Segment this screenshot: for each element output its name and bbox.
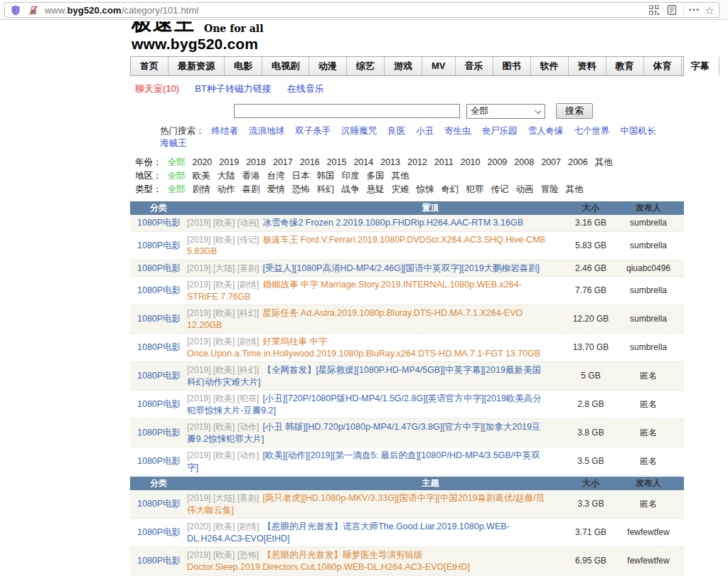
filter-option-year[interactable]: 2006 (568, 156, 588, 169)
page-actions-icon[interactable]: ••• (689, 6, 700, 14)
nav-item-8[interactable]: 音乐 (456, 57, 493, 75)
filter-option-genre[interactable]: 惊悚 (417, 183, 434, 196)
filter-option-region[interactable]: 大陆 (218, 169, 235, 183)
category-link[interactable]: 1080P电影 (137, 240, 181, 250)
nav-item-1[interactable]: 最新资源 (168, 57, 225, 75)
filter-option-genre[interactable]: 悬疑 (367, 183, 385, 196)
hot-search-term[interactable]: 流浪地球 (249, 125, 284, 137)
filter-option-region[interactable]: 其他 (392, 169, 410, 183)
insecure-connection-lock-icon[interactable] (27, 4, 40, 16)
nav-item-7[interactable]: MV (422, 57, 456, 75)
hot-search-term[interactable]: 七个世界 (574, 125, 610, 137)
nav-item-2[interactable]: 电影 (225, 57, 262, 75)
category-link[interactable]: 1080P电影 (137, 556, 181, 566)
nav-item-9[interactable]: 图书 (493, 57, 531, 75)
category-link[interactable]: 1080P电影 (137, 342, 181, 352)
nav-item-11[interactable]: 资料 (569, 57, 606, 75)
nav-item-4[interactable]: 动漫 (309, 57, 347, 75)
filter-option-genre[interactable]: 剧情 (193, 183, 210, 196)
filter-option-region[interactable]: 印度 (342, 169, 360, 183)
filter-option-genre[interactable]: 灾难 (392, 183, 410, 196)
filter-option-region[interactable]: 多国 (367, 169, 385, 183)
hot-search-term[interactable]: 丧尸乐园 (482, 125, 518, 137)
hot-search-term[interactable]: 沉睡魔咒 (341, 125, 377, 137)
nav-item-15[interactable]: 其它 (719, 57, 728, 75)
hot-search-term[interactable]: 中国机长 (621, 125, 656, 137)
filter-option-year[interactable]: 2008 (514, 156, 534, 169)
filter-option-genre[interactable]: 冒险 (541, 183, 559, 196)
hot-search-term[interactable]: 海贼王 (160, 137, 187, 149)
torrent-title-link[interactable]: [受益人][1080P高清HD-MP4/2.46G][国语中英双字][2019大… (262, 263, 540, 273)
category-link[interactable]: 1080P电影 (137, 499, 181, 509)
category-link[interactable]: 1080P电影 (137, 399, 181, 409)
nav-item-6[interactable]: 游戏 (385, 57, 422, 75)
category-link[interactable]: 1080P电影 (137, 428, 181, 438)
hot-search-term[interactable]: 双子杀手 (295, 125, 331, 137)
filter-option-year[interactable]: 2009 (488, 156, 508, 169)
filter-option-year[interactable]: 2007 (541, 156, 561, 169)
filter-option-genre[interactable]: 科幻 (317, 183, 335, 196)
hot-search-term[interactable]: 良医 (387, 125, 405, 137)
category-link[interactable]: 1080P电影 (137, 218, 181, 228)
filter-option-year[interactable]: 2013 (380, 156, 400, 169)
filter-all-option[interactable]: 全部 (168, 156, 186, 169)
filter-option-region[interactable]: 日本 (292, 169, 310, 183)
filter-option-year[interactable]: 2020 (193, 156, 213, 169)
bookmark-star-icon[interactable]: ☆ (705, 5, 714, 16)
filter-option-year[interactable]: 2012 (407, 156, 427, 169)
category-link[interactable]: 1080P电影 (137, 371, 181, 381)
filter-option-genre[interactable]: 其他 (566, 183, 584, 196)
filter-option-year[interactable]: 2015 (327, 156, 347, 169)
hot-search-term[interactable]: 终结者 (212, 125, 239, 137)
filter-all-option[interactable]: 全部 (168, 169, 186, 183)
category-link[interactable]: 1080P电影 (137, 527, 181, 537)
filter-option-genre[interactable]: 喜剧 (242, 183, 260, 196)
filter-option-genre[interactable]: 恐怖 (292, 183, 310, 196)
nav-item-13[interactable]: 体育 (644, 57, 682, 75)
tracking-protection-shield-icon[interactable] (9, 4, 22, 16)
site-logo[interactable]: 极速王 One for all www.byg520.com (132, 21, 684, 53)
filter-option-region[interactable]: 香港 (242, 169, 260, 183)
hot-search-term[interactable]: 小丑 (416, 125, 434, 137)
nav-item-home[interactable]: 首页 (131, 57, 168, 75)
quick-link[interactable]: 聊天室(10) (135, 83, 179, 95)
nav-item-10[interactable]: 软件 (531, 57, 569, 75)
nav-item-3[interactable]: 电视剧 (262, 57, 309, 75)
filter-option-year[interactable]: 其他 (595, 156, 613, 169)
filter-option-year[interactable]: 2016 (300, 156, 320, 169)
filter-option-region[interactable]: 韩国 (317, 169, 335, 183)
category-link[interactable]: 1080P电影 (137, 314, 181, 324)
nav-item-14[interactable]: 字幕 (682, 57, 719, 75)
filter-all-option[interactable]: 全部 (168, 183, 186, 196)
hot-search-term[interactable]: 雪人奇缘 (528, 125, 564, 137)
category-link[interactable]: 1080P电影 (137, 285, 181, 295)
search-button[interactable]: 搜索 (556, 103, 593, 119)
category-link[interactable]: 1080P电影 (137, 456, 181, 466)
qr-code-icon[interactable] (648, 4, 660, 16)
filter-option-genre[interactable]: 奇幻 (441, 183, 459, 196)
torrent-title-link[interactable]: 冰雪奇缘2 Frozen 2.2019.1080p.FHDRip.H264.AA… (262, 218, 523, 228)
url-text[interactable]: www.byg520.com/category/101.html (45, 5, 198, 16)
filter-option-year[interactable]: 2010 (461, 156, 481, 169)
filter-option-genre[interactable]: 战争 (342, 183, 360, 196)
filter-option-year[interactable]: 2019 (219, 156, 239, 169)
filter-option-genre[interactable]: 动画 (516, 183, 534, 196)
quick-link[interactable]: 在线音乐 (287, 83, 324, 95)
category-link[interactable]: 1080P电影 (137, 263, 181, 273)
filter-option-year[interactable]: 2017 (273, 156, 293, 169)
nav-item-5[interactable]: 综艺 (347, 57, 385, 75)
filter-option-year[interactable]: 2018 (246, 156, 266, 169)
filter-option-year[interactable]: 2011 (434, 156, 454, 169)
filter-option-region[interactable]: 台湾 (267, 169, 285, 183)
filter-option-genre[interactable]: 犯罪 (466, 183, 484, 196)
filter-option-genre[interactable]: 动作 (218, 183, 235, 196)
filter-option-region[interactable]: 欧美 (193, 169, 210, 183)
filter-option-genre[interactable]: 爱情 (267, 183, 285, 196)
address-bar[interactable]: www.byg520.com/category/101.html ••• ☆ (4, 2, 719, 18)
search-input[interactable] (234, 104, 460, 118)
reader-mode-icon[interactable] (665, 4, 678, 16)
quick-link[interactable]: BT种子转磁力链接 (195, 83, 272, 95)
filter-option-year[interactable]: 2014 (353, 156, 373, 169)
hot-search-term[interactable]: 寄生虫 (444, 125, 471, 137)
filter-option-genre[interactable]: 传记 (491, 183, 509, 196)
